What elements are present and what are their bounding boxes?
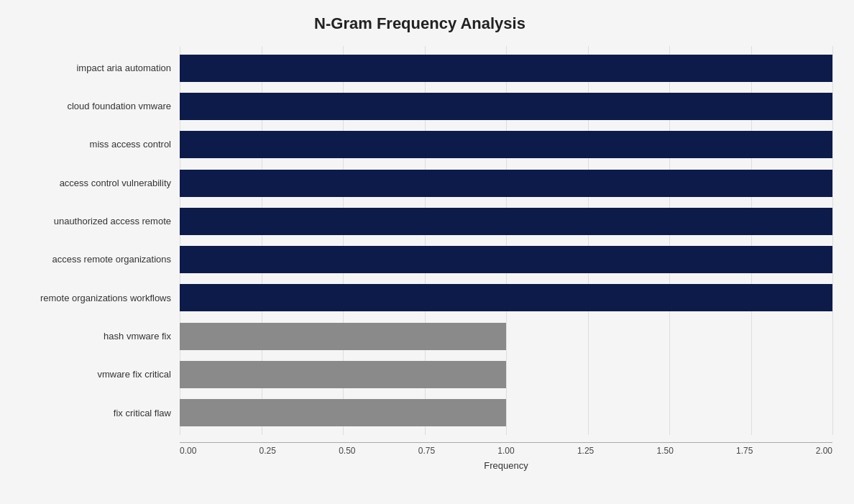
bar-row [180,394,832,432]
x-tick: 1.25 [577,446,594,456]
grid-line [832,46,833,435]
y-label: cloud foundation vmware [67,87,171,125]
bar [180,93,832,120]
bar-row [180,164,832,202]
y-label: miss access control [90,126,171,164]
bar [180,55,832,82]
x-tick: 1.00 [497,446,514,456]
y-label: access control vulnerability [60,164,171,202]
x-tick: 1.50 [656,446,673,456]
chart-title: N-Gram Frequency Analysis [7,14,832,33]
bar-row [180,240,832,278]
y-label: fix critical flaw [114,394,171,432]
x-tick: 0.75 [418,446,435,456]
y-label: vmware fix critical [97,355,171,393]
bar-row [180,202,832,240]
bar [180,131,832,158]
bar [180,170,832,197]
chart-area: impact aria automationcloud foundation v… [7,46,832,435]
bar-row [180,87,832,125]
bar-row [180,126,832,164]
x-tick: 1.75 [736,446,753,456]
bar [180,323,506,350]
x-tick: 2.00 [816,446,832,456]
y-label: impact aria automation [76,49,171,87]
bars-container [180,46,832,435]
x-tick: 0.00 [180,446,196,456]
x-axis-ticks: 0.000.250.500.751.001.251.501.752.00 [180,443,832,456]
y-label: hash vmware fix [104,317,171,355]
y-label: unauthorized access remote [54,202,171,240]
x-tick: 0.50 [339,446,355,456]
bars-and-grid: 0.000.250.500.751.001.251.501.752.00 Fre… [180,46,832,435]
chart-container: N-Gram Frequency Analysis impact aria au… [0,0,854,504]
bar-row [180,355,832,393]
y-axis-labels: impact aria automationcloud foundation v… [7,46,180,435]
bar [180,284,832,311]
bar [180,246,832,273]
bar [180,361,506,388]
bar-row [180,317,832,355]
y-label: remote organizations workflows [40,279,171,317]
bar-row [180,279,832,317]
x-tick: 0.25 [260,446,276,456]
x-axis: 0.000.250.500.751.001.251.501.752.00 Fre… [180,442,832,471]
x-axis-label: Frequency [180,460,832,471]
bar-row [180,49,832,87]
y-label: access remote organizations [52,240,171,278]
bar [180,399,506,426]
bar [180,208,832,235]
